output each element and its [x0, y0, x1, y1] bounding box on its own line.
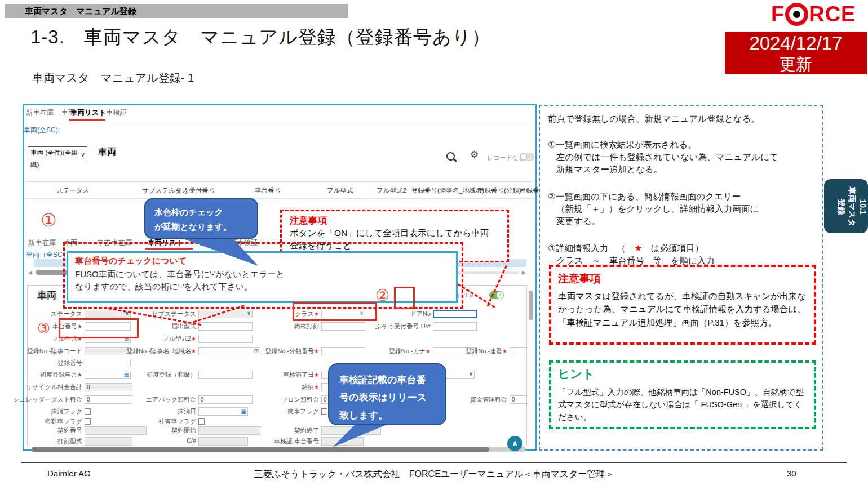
chevron-down-icon: ∨ — [81, 149, 85, 161]
highlight-chassis-field — [59, 318, 139, 338]
field-label: ふそう受付番号-U/# — [352, 322, 433, 331]
caution-box: 注意事項 車両マスタは登録されてるが、車検証の自動スキャンが出来なかったった為、… — [549, 265, 816, 345]
field-label: 初度登録（和暦） — [117, 371, 198, 379]
caution-title: 注意事項 — [290, 215, 499, 227]
scrollbar-thumb[interactable] — [32, 447, 489, 452]
vertical-scrollbar-thumb[interactable] — [529, 291, 533, 320]
intro-text: 前頁で登録無しの場合、新規マニュアル登録となる。 — [548, 113, 814, 125]
step-line: ①一覧画面に検索結果が表示される。 — [548, 139, 814, 151]
field-input[interactable]: 0 — [510, 395, 526, 404]
field-label: シュレッダーダスト料金 — [3, 395, 85, 404]
field-label: 登録番号 — [3, 359, 85, 367]
required-star: ★ — [191, 336, 196, 342]
field-label: 車検証 車台番号 — [240, 437, 321, 446]
divider — [24, 181, 534, 182]
hint-box-body: 「フル型式」入力の際、他銘柄車両は「Non-FUSO」、自銘柄で型式マスタに型式… — [558, 386, 807, 423]
form-field: 打刻型式 — [3, 437, 132, 447]
field-input[interactable] — [433, 310, 477, 318]
column-header: 車台番号 — [255, 186, 281, 195]
form-title: 車両 — [37, 289, 56, 302]
text-line: FUSO車両については、車台番号に'-'がないとエラーと — [75, 268, 449, 280]
field-label: 車検満了日★ — [240, 371, 321, 379]
force-logo: FRCE — [771, 2, 856, 26]
toggle-knob: ✓ — [497, 292, 503, 299]
checkbox[interactable] — [85, 418, 91, 425]
field-label: 社有車フラグ — [117, 417, 198, 426]
column-header: 登録番号(分類) — [478, 186, 521, 195]
step-line: ②一覧画面の下にある、簡易情報画面のクエリー — [548, 190, 814, 203]
hint-box-title: ヒント — [558, 366, 807, 382]
record-count-label: レコードなし — [487, 154, 525, 162]
required-star: ★ — [502, 348, 507, 354]
highlight-plus-button — [394, 287, 415, 309]
step-line: 新規マスター追加となる。 — [548, 163, 814, 176]
field-label: リサイクル料金合計 — [3, 383, 85, 391]
required-star: ★ — [314, 348, 319, 354]
gear-icon[interactable]: ⚙ — [470, 149, 479, 161]
section-side-tab[interactable]: 10.1車両マスタ登録 — [824, 179, 868, 233]
field-input[interactable] — [85, 359, 131, 367]
step-2-text: ②一覧画面の下にある、簡易情報画面のクエリー（新規「＋」）をクリックし、詳細情報… — [548, 190, 814, 228]
step-line: 変更する。 — [548, 215, 814, 228]
field-label: 職権打刻 — [240, 322, 321, 331]
field-label: 登録No.-カナ★ — [352, 347, 433, 355]
tab-車検証[interactable]: 車検証 — [106, 108, 127, 118]
speech-bubble-release-note: 車検証記載の車台番号の表示はリリース致します。 — [328, 363, 446, 425]
logo-letter-f: F — [771, 2, 785, 26]
footer-divider — [21, 462, 847, 463]
tab-車両リスト[interactable]: 車両リスト — [70, 108, 106, 118]
field-label: 登録No.-分類番号★ — [240, 347, 321, 355]
field-input: 0 — [85, 383, 132, 391]
form-field: 登録番号 — [3, 359, 131, 368]
text-line: 車検証記載の車台番 — [339, 371, 435, 389]
field-label: 契約番号 — [3, 426, 85, 435]
scroll-right-icon[interactable]: ▶ — [522, 270, 526, 275]
text-line: 10.1 — [857, 180, 868, 234]
step-number-badge: ① — [41, 210, 57, 231]
column-header: 登録番 — [520, 186, 539, 195]
form-field: 抹消フラグ — [3, 407, 91, 417]
field-value: 0 — [512, 397, 515, 403]
view-select[interactable]: 車両 (全件)(全組織) ∨ — [28, 146, 87, 159]
force-swirl-icon — [785, 3, 808, 26]
field-input[interactable] — [433, 322, 477, 331]
field-label: 打刻型式 — [3, 437, 85, 446]
required-star: ★ — [191, 348, 196, 354]
step-number-badge: ③ — [37, 320, 50, 337]
step-3-post: は必須項目） — [642, 243, 703, 253]
speech-bubble-check-postponed: 水色枠のチェックが延期となります。 — [144, 198, 258, 239]
display-toggle-off[interactable] — [520, 153, 534, 161]
chevron-down-icon: ∨ — [469, 371, 473, 377]
tab-新車在庫―車両[interactable]: 新車在庫―車両 — [26, 108, 76, 118]
required-star: ★ — [634, 243, 642, 253]
checkbox[interactable] — [198, 418, 205, 425]
required-star: ★ — [314, 384, 319, 390]
checkbox[interactable] — [85, 408, 91, 415]
form-field: リサイクル料金合計0 — [3, 383, 132, 393]
step-number-badge: ② — [375, 286, 389, 305]
field-value: 0 — [201, 397, 204, 403]
scroll-left-icon[interactable]: ◀ — [28, 270, 32, 275]
page-number: 30 — [787, 469, 796, 478]
form-field: 職権打刻 — [240, 322, 365, 332]
field-input[interactable] — [510, 347, 527, 355]
form-field: ふそう受付番号-U/# — [352, 322, 477, 332]
column-header: ステータス — [56, 186, 90, 195]
toggle-knob — [520, 153, 527, 160]
chassis-note-title: 車台番号のチェックについて — [75, 256, 449, 266]
search-icon[interactable] — [446, 152, 455, 161]
collapse-up-button[interactable]: ∧ — [507, 436, 522, 451]
form-field: 契約開始 — [117, 426, 260, 436]
form-field: 登録No.-陸事名_地域名★⊞ — [117, 347, 260, 357]
step-line: 左の例では一件も登録されていない為、マニュアルにて — [548, 151, 814, 163]
manual-slide: 車両マスタ マニュアル登録 FRCE 2024/12/17 更新 1-3. 車両… — [0, 0, 868, 490]
form-field: 登録No.-分類番号★ — [240, 347, 365, 357]
field-input[interactable] — [198, 335, 253, 343]
logo-letters-rce: RCE — [809, 2, 856, 26]
form-field: 社有車フラグ — [117, 417, 205, 427]
step-1-text: ①一覧画面に検索結果が表示される。左の例では一件も登録されていない為、マニュアル… — [548, 139, 814, 176]
field-label: 盗難車フラグ — [3, 417, 85, 426]
page-header-bar: 車両マスタ マニュアル登録 — [5, 4, 348, 18]
form-field: C/# — [117, 437, 248, 447]
field-label: ステータス — [3, 310, 85, 318]
